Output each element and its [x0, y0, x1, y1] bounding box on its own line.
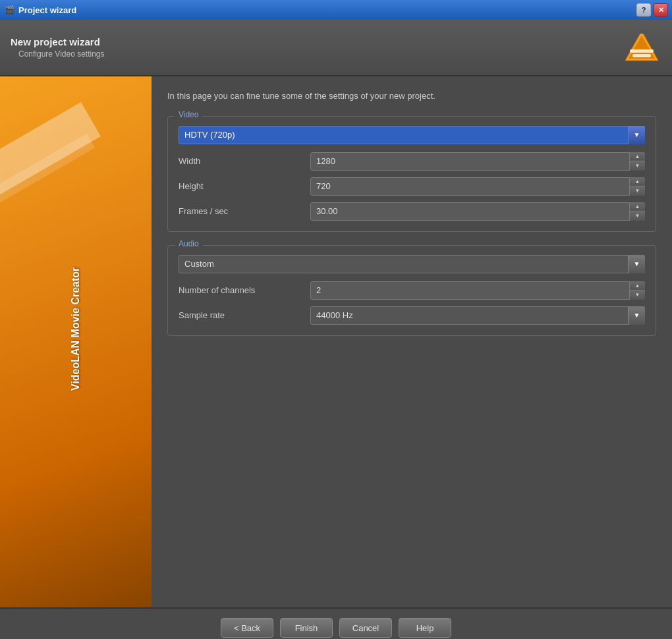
channels-control: ▲ ▼ — [310, 281, 645, 300]
channels-spinner-btns: ▲ ▼ — [629, 281, 645, 300]
wizard-title: New project wizard — [11, 36, 105, 47]
main-wrapper: VideoLAN Movie Creator In this page you … — [0, 76, 672, 607]
video-preset-select[interactable]: HDTV (720p) 720p 1080p Custom — [179, 126, 645, 144]
height-label: Height — [179, 181, 310, 191]
fps-spinner-btns: ▲ ▼ — [629, 202, 645, 221]
help-title-button[interactable]: ? — [636, 3, 651, 16]
cancel-button[interactable]: Cancel — [339, 618, 392, 638]
fps-spinner: ▲ ▼ — [310, 202, 645, 221]
svg-rect-2 — [630, 49, 654, 53]
sample-rate-select[interactable]: 44000 Hz 22050 Hz 48000 Hz 96000 Hz — [310, 306, 645, 325]
width-spinner-btns: ▲ ▼ — [629, 152, 645, 171]
audio-settings-group: Audio Custom Stereo Mono 5.1 Surround ▼ … — [167, 245, 656, 336]
vlc-logo — [622, 28, 661, 67]
sample-rate-wrap: 44000 Hz 22050 Hz 48000 Hz 96000 Hz ▼ — [310, 306, 645, 325]
title-bar-controls: ? ✕ — [636, 3, 668, 16]
height-spinner-btns: ▲ ▼ — [629, 177, 645, 196]
sidebar-label: VideoLAN Movie Creator — [0, 76, 152, 594]
fps-control: ▲ ▼ — [310, 202, 645, 221]
width-up-button[interactable]: ▲ — [630, 152, 645, 162]
width-label: Width — [179, 156, 310, 166]
fps-up-button[interactable]: ▲ — [630, 202, 645, 212]
height-row: Height ▲ ▼ — [179, 177, 645, 196]
fps-row: Frames / sec ▲ ▼ — [179, 202, 645, 221]
width-spinner: ▲ ▼ — [310, 152, 645, 171]
sample-rate-control: 44000 Hz 22050 Hz 48000 Hz 96000 Hz ▼ — [310, 306, 645, 325]
width-row: Width ▲ ▼ — [179, 152, 645, 171]
sidebar: VideoLAN Movie Creator — [0, 76, 152, 607]
svg-rect-3 — [632, 54, 651, 57]
channels-input[interactable] — [310, 281, 645, 300]
close-title-button[interactable]: ✕ — [654, 3, 668, 16]
audio-preset-wrap: Custom Stereo Mono 5.1 Surround ▼ — [179, 255, 645, 273]
content-panel: In this page you can fine tune some of t… — [152, 76, 672, 607]
video-group-legend: Video — [175, 110, 202, 119]
finish-button[interactable]: Finish — [280, 618, 333, 638]
wizard-subtitle: Configure Video settings — [11, 49, 105, 59]
fps-label: Frames / sec — [179, 206, 310, 216]
video-settings-group: Video HDTV (720p) 720p 1080p Custom ▼ Wi… — [167, 116, 656, 232]
sample-rate-row: Sample rate 44000 Hz 22050 Hz 48000 Hz 9… — [179, 306, 645, 325]
button-bar: < Back Finish Cancel Help — [0, 607, 672, 639]
title-bar: 🎬 Project wizard ? ✕ — [0, 0, 672, 20]
height-up-button[interactable]: ▲ — [630, 177, 645, 187]
width-control: ▲ ▼ — [310, 152, 645, 171]
height-control: ▲ ▼ — [310, 177, 645, 196]
channels-row: Number of channels ▲ ▼ — [179, 281, 645, 300]
back-button[interactable]: < Back — [221, 618, 273, 638]
channels-spinner: ▲ ▼ — [310, 281, 645, 300]
width-down-button[interactable]: ▼ — [630, 161, 645, 171]
channels-down-button[interactable]: ▼ — [630, 291, 645, 300]
audio-preset-select[interactable]: Custom Stereo Mono 5.1 Surround — [179, 255, 645, 273]
height-input[interactable] — [310, 177, 645, 196]
channels-label: Number of channels — [179, 285, 310, 295]
header-text: New project wizard Configure Video setti… — [11, 36, 105, 59]
channels-up-button[interactable]: ▲ — [630, 281, 645, 291]
fps-down-button[interactable]: ▼ — [630, 211, 645, 221]
height-spinner: ▲ ▼ — [310, 177, 645, 196]
sample-rate-label: Sample rate — [179, 310, 310, 320]
help-button[interactable]: Help — [399, 618, 451, 638]
height-down-button[interactable]: ▼ — [630, 186, 645, 196]
video-preset-wrap: HDTV (720p) 720p 1080p Custom ▼ — [179, 126, 645, 144]
fps-input[interactable] — [310, 202, 645, 221]
title-bar-left: 🎬 Project wizard — [4, 5, 76, 15]
header-area: New project wizard Configure Video setti… — [0, 20, 672, 76]
app-icon: 🎬 — [4, 5, 14, 15]
intro-text: In this page you can fine tune some of t… — [167, 90, 656, 103]
audio-group-legend: Audio — [175, 239, 203, 248]
width-input[interactable] — [310, 152, 645, 171]
svg-rect-4 — [636, 30, 647, 34]
window-title: Project wizard — [18, 5, 76, 15]
